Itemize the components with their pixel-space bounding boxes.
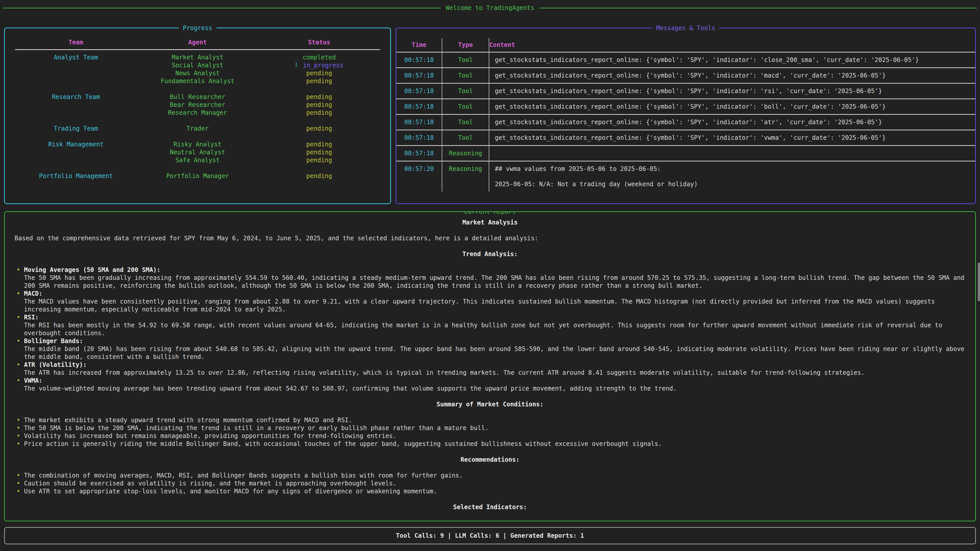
table-row: News Analyst pending (15, 69, 380, 77)
bullet-text: The MACD values have been consistently p… (24, 298, 935, 313)
agent-name: Portfolio Manager (137, 172, 259, 180)
table-row: Fundamentals Analyst pending (15, 77, 380, 85)
message-type: Tool (442, 52, 489, 67)
list-item: Caution should be exercised as volatilit… (14, 480, 966, 487)
bullet-list: The market exhibits a steady upward tren… (14, 416, 966, 448)
table-row: Safe Analyst pending (15, 156, 380, 164)
report-heading: Market Analysis (14, 219, 966, 227)
message-time: 00:57:18 (396, 130, 442, 145)
message-content: get_stockstats_indicators_report_online:… (489, 84, 975, 98)
message-time: 00:57:18 (396, 146, 442, 161)
top-panels-row: Progress Team Agent Status Analyst Team … (4, 27, 976, 204)
list-item: Price action is generally riding the mid… (14, 440, 966, 448)
bullet-text: The ATR has increased from approximately… (24, 369, 865, 376)
bullet-text: The middle band (20 SMA) has been rising… (24, 345, 964, 360)
message-type: Tool (442, 130, 489, 145)
agent-name: Trader (137, 125, 259, 133)
agent-name: Bear Researcher (137, 101, 259, 109)
list-item: Bollinger Bands: The middle band (20 SMA… (14, 337, 966, 361)
section-heading: Summary of Market Conditions: (14, 400, 966, 408)
bullet-text: Volatility has increased but remains man… (24, 432, 396, 440)
app-title-rule: Welcome to TradingAgents (3, 4, 977, 12)
message-time: 00:57:18 (396, 99, 442, 114)
table-row: Risk Management Risky Analyst pending (15, 141, 380, 148)
stats-text: Tool Calls: 9 | LLM Calls: 6 | Generated… (396, 532, 584, 540)
section-divider (15, 133, 380, 141)
list-item: MACD: The MACD values have been consiste… (14, 290, 966, 313)
agent-name: Market Analyst (137, 54, 259, 62)
message-content: get_stockstats_indicators_report_online:… (489, 99, 975, 114)
messages-tools-panel: Messages & Tools Time Type Content 00:57… (396, 27, 976, 204)
bullet-text: Caution should be exercised as volatilit… (24, 480, 396, 487)
section-heading: Recommendations: (14, 456, 966, 464)
messages-table: Time Type Content 00:57:18 Tool get_stoc… (396, 38, 975, 192)
bullet-text: Use ATR to set appropriate stop-loss lev… (24, 488, 437, 495)
progress-table-header: Team Agent Status (15, 38, 380, 50)
agent-name: Safe Analyst (137, 156, 259, 164)
scrollbar-thumb[interactable] (978, 263, 980, 301)
table-row: Analyst Team Market Analyst completed (15, 50, 380, 62)
section-divider (15, 85, 380, 93)
progress-panel: Progress Team Agent Status Analyst Team … (4, 27, 391, 204)
bullet-text: The market exhibits a steady upward tren… (24, 416, 352, 424)
bullet-list: The combination of moving averages, MACD… (14, 472, 966, 495)
table-row: 00:57:18 Reasoning (396, 146, 975, 162)
bullet-text: The RSI has been mostly in the 54.92 to … (24, 322, 942, 337)
progress-table: Team Agent Status Analyst Team Market An… (15, 38, 380, 188)
bullet-label: Moving Averages (50 SMA and 200 SMA): (24, 266, 966, 274)
message-content: get_stockstats_indicators_report_online:… (489, 52, 975, 67)
status-badge: pending (258, 141, 380, 148)
team-name: Trading Team (15, 125, 137, 133)
team-name: Portfolio Management (15, 172, 137, 180)
list-item: The 50 SMA is below the 200 SMA, indicat… (14, 424, 966, 432)
status-badge: pending (258, 172, 380, 180)
bullet-label: VWMA: (24, 377, 966, 385)
table-row: 00:57:18 Tool get_stockstats_indicators_… (396, 52, 975, 68)
list-item: Use ATR to set appropriate stop-loss lev… (14, 487, 966, 495)
table-row: 00:57:18 Tool get_stockstats_indicators_… (396, 68, 975, 84)
agent-name: News Analyst (137, 69, 259, 77)
bullet-label: RSI: (24, 313, 966, 321)
list-item: ATR (Volatility): The ATR has increased … (14, 361, 966, 377)
status-badge: pending (258, 101, 380, 109)
message-content: get_stockstats_indicators_report_online:… (489, 115, 975, 130)
report-intro: Based on the comprehensive data retrieve… (14, 234, 966, 242)
table-row: 00:57:18 Tool get_stockstats_indicators_… (396, 99, 975, 115)
status-badge: pending (258, 125, 380, 133)
status-badge: pending (258, 77, 380, 85)
column-header-time: Time (396, 38, 442, 52)
section-divider (15, 117, 380, 125)
messages-tools-panel-title: Messages & Tools (652, 24, 719, 32)
column-header-status: Status (258, 38, 380, 46)
table-row: Portfolio Management Portfolio Manager p… (15, 172, 380, 180)
section-heading: Trend Analysis: (14, 250, 966, 258)
message-type: Tool (442, 99, 489, 114)
column-header-team: Team (15, 38, 137, 46)
table-row: Social Analyst ⠇in_progress (15, 62, 380, 69)
table-row: Research Manager pending (15, 109, 380, 117)
progress-panel-title: Progress (179, 24, 216, 32)
current-report-panel-title: Current Report (460, 211, 520, 216)
message-time: 00:57:18 (396, 68, 442, 83)
stats-footer: Tool Calls: 9 | LLM Calls: 6 | Generated… (4, 527, 976, 545)
status-badge: pending (258, 109, 380, 117)
table-row: Trading Team Trader pending (15, 125, 380, 133)
table-row: Neutral Analyst pending (15, 148, 380, 156)
team-name: Research Team (15, 93, 137, 101)
bullet-label: MACD: (24, 290, 966, 298)
agent-name: Bull Researcher (137, 93, 259, 101)
status-badge: pending (258, 156, 380, 164)
table-row: Research Team Bull Researcher pending (15, 93, 380, 101)
list-item: Moving Averages (50 SMA and 200 SMA): Th… (14, 266, 966, 290)
bullet-label: ATR (Volatility): (24, 361, 966, 369)
table-row: 00:57:18 Tool get_stockstats_indicators_… (396, 84, 975, 99)
message-content (489, 146, 975, 161)
section-heading: Selected Indicators: (14, 503, 966, 511)
agent-name: Neutral Analyst (137, 148, 259, 156)
bullet-text: The 50 SMA is below the 200 SMA, indicat… (24, 424, 489, 432)
section-divider (15, 180, 380, 188)
status-badge: pending (258, 148, 380, 156)
team-name: Risk Management (15, 141, 137, 148)
message-content: get_stockstats_indicators_report_online:… (489, 130, 975, 145)
team-name: Analyst Team (15, 54, 137, 62)
